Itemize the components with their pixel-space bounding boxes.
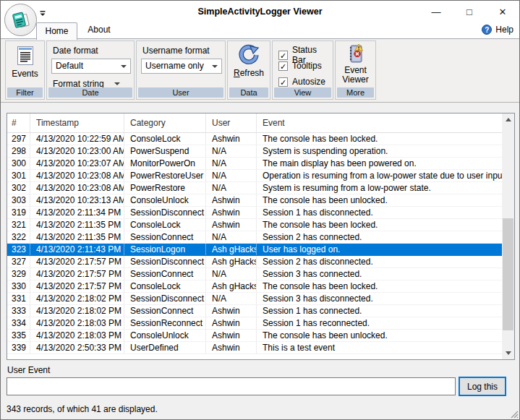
quick-access-dropdown[interactable] bbox=[39, 7, 46, 20]
cell-category: SessionLogon bbox=[124, 244, 206, 255]
cell-event: This is a test event bbox=[257, 342, 502, 353]
app-window: SimpleActivityLogger Viewer — □ ✕ Home bbox=[0, 0, 520, 420]
user-event-input[interactable] bbox=[7, 377, 456, 395]
event-table-header: # Timestamp Category User Event bbox=[7, 113, 502, 133]
username-format-combobox[interactable]: Username only bbox=[141, 59, 222, 74]
cell-event: Operation is resuming from a low-power s… bbox=[257, 170, 502, 181]
table-row[interactable]: 302 4/13/2020 10:23:08 AM PowerRestore N… bbox=[7, 182, 502, 194]
cell-event: Session 3 has disconnected. bbox=[257, 293, 502, 304]
cell-category: PowerRestore bbox=[124, 182, 206, 194]
column-header-number[interactable]: # bbox=[7, 113, 30, 132]
cell-category: ConsoleLock bbox=[124, 133, 206, 145]
refresh-button-label: Refresh bbox=[229, 68, 269, 78]
record-count-status: 343 records, of which 41 are displayed. bbox=[7, 404, 158, 414]
column-header-timestamp[interactable]: Timestamp bbox=[30, 113, 124, 132]
cell-category: ConsoleLock bbox=[124, 280, 206, 292]
cell-category: ConsoleUnlock bbox=[124, 330, 206, 341]
table-row[interactable]: 300 4/13/2020 10:23:07 AM MonitorPowerOn… bbox=[7, 158, 502, 170]
cell-category: SessionDisconnect bbox=[124, 293, 206, 304]
cell-number: 302 bbox=[7, 182, 30, 194]
tab-home[interactable]: Home bbox=[36, 22, 77, 40]
cell-category: ConsoleLock bbox=[124, 219, 206, 231]
cell-category: ConsoleUnlock bbox=[124, 194, 206, 206]
cell-user: Ash gHacks bbox=[206, 244, 257, 255]
close-button[interactable]: ✕ bbox=[486, 1, 519, 22]
cell-event: The console has been locked. bbox=[257, 219, 502, 231]
scrollbar-thumb[interactable] bbox=[503, 218, 513, 330]
cell-timestamp: 4/13/2020 2:17:57 PM bbox=[30, 256, 124, 267]
cell-category: UserDefined bbox=[124, 342, 206, 353]
tooltips-checkbox-label: Tooltips bbox=[292, 61, 322, 71]
help-button[interactable]: ? Help bbox=[482, 25, 513, 35]
cell-event: System is suspending operation. bbox=[257, 145, 502, 157]
cell-user: Ash gHacks bbox=[206, 280, 257, 292]
refresh-icon bbox=[238, 44, 260, 66]
cell-timestamp: 4/13/2020 2:11:43 PM bbox=[30, 244, 124, 255]
cell-number: 334 bbox=[7, 317, 30, 329]
cell-category: PowerSuspend bbox=[124, 145, 206, 157]
scroll-down-icon bbox=[506, 351, 511, 355]
cell-user: Ashwin bbox=[206, 133, 257, 145]
cell-user: N/A bbox=[206, 170, 257, 181]
ribbon-group-more: Event Viewer More bbox=[335, 40, 376, 100]
cell-event: The main display has been powered on. bbox=[257, 158, 502, 169]
vertical-scrollbar[interactable] bbox=[502, 113, 514, 359]
cell-timestamp: 4/13/2020 10:23:08 AM bbox=[30, 182, 124, 194]
cell-user: Ashwin bbox=[206, 330, 257, 341]
log-this-button[interactable]: Log this bbox=[459, 377, 506, 396]
autosize-checkbox[interactable]: ✓ Autosize bbox=[278, 77, 325, 87]
cell-user: N/A bbox=[206, 145, 257, 157]
table-row[interactable]: 298 4/13/2020 10:23:00 AM PowerSuspend N… bbox=[7, 145, 502, 158]
checkbox-checked-icon: ✓ bbox=[278, 77, 288, 87]
cell-event: User has logged on. bbox=[257, 244, 502, 255]
table-row[interactable]: 334 4/13/2020 2:18:03 PM SessionReconnec… bbox=[7, 317, 502, 330]
cell-user: Ashwin bbox=[206, 342, 257, 353]
table-row[interactable]: 333 4/13/2020 2:18:02 PM SessionConnect … bbox=[7, 305, 502, 317]
table-row[interactable]: 319 4/13/2020 2:11:34 PM SessionDisconne… bbox=[7, 207, 502, 219]
ribbon: Events Filter Date format Default Format… bbox=[1, 39, 519, 103]
event-viewer-icon bbox=[346, 43, 365, 64]
table-row[interactable]: 297 4/13/2020 10:22:59 AM ConsoleLock As… bbox=[7, 133, 502, 145]
cell-category: SessionReconnect bbox=[124, 317, 206, 329]
table-row[interactable]: 323 4/13/2020 2:11:43 PM SessionLogon As… bbox=[7, 244, 502, 256]
ribbon-group-filter: Events Filter bbox=[5, 40, 45, 100]
table-row[interactable]: 330 4/13/2020 2:17:57 PM ConsoleLock Ash… bbox=[7, 280, 502, 293]
events-button[interactable]: Events bbox=[7, 45, 43, 79]
date-format-value: Default bbox=[56, 61, 83, 71]
app-menu-button[interactable] bbox=[4, 4, 37, 36]
date-format-combobox[interactable]: Default bbox=[51, 59, 131, 74]
table-row[interactable]: 303 4/13/2020 10:23:13 AM ConsoleUnlock … bbox=[7, 194, 502, 207]
tab-about[interactable]: About bbox=[80, 25, 118, 39]
table-row[interactable]: 327 4/13/2020 2:17:57 PM SessionDisconne… bbox=[7, 256, 502, 268]
minimize-button[interactable]: — bbox=[419, 1, 453, 22]
table-row[interactable]: 301 4/13/2020 10:23:08 AM PowerRestoreUs… bbox=[7, 170, 502, 182]
scroll-up-button[interactable] bbox=[502, 113, 514, 126]
cell-number: 329 bbox=[7, 268, 30, 280]
tooltips-checkbox[interactable]: ✓ Tooltips bbox=[278, 61, 322, 71]
group-band-view: View bbox=[274, 87, 331, 98]
column-header-user[interactable]: User bbox=[206, 113, 257, 132]
table-row[interactable]: 331 4/13/2020 2:18:02 PM SessionDisconne… bbox=[7, 293, 502, 305]
table-row[interactable]: 335 4/13/2020 2:18:03 PM ConsoleUnlock A… bbox=[7, 330, 502, 342]
status-bar: 343 records, of which 41 are displayed. bbox=[1, 399, 519, 419]
cell-timestamp: 4/13/2020 10:23:07 AM bbox=[30, 158, 124, 169]
combo-arrow-icon bbox=[114, 82, 120, 85]
resize-grip[interactable] bbox=[508, 408, 519, 419]
cell-category: PowerRestoreUser bbox=[124, 170, 206, 181]
scroll-down-button[interactable] bbox=[502, 347, 514, 359]
column-header-category[interactable]: Category bbox=[124, 113, 206, 132]
table-row[interactable]: 329 4/13/2020 2:17:57 PM SessionConnect … bbox=[7, 268, 502, 280]
refresh-button[interactable]: Refresh bbox=[229, 44, 269, 78]
column-header-event[interactable]: Event bbox=[257, 113, 502, 132]
table-row[interactable]: 321 4/13/2020 2:11:35 PM ConsoleLock Ash… bbox=[7, 219, 502, 231]
cell-number: 319 bbox=[7, 207, 30, 218]
table-row[interactable]: 339 4/13/2020 2:50:33 PM UserDefined Ash… bbox=[7, 342, 502, 354]
checkbox-checked-icon: ✓ bbox=[278, 51, 288, 60]
event-viewer-button[interactable]: Event Viewer bbox=[336, 43, 375, 85]
app-logo-icon bbox=[10, 9, 32, 31]
combo-arrow-icon bbox=[212, 65, 218, 68]
table-row[interactable]: 322 4/13/2020 2:11:35 PM SessionConnect … bbox=[7, 231, 502, 244]
maximize-button[interactable]: □ bbox=[453, 1, 486, 22]
ribbon-tab-strip bbox=[1, 22, 519, 39]
cell-timestamp: 4/13/2020 10:23:00 AM bbox=[30, 145, 124, 157]
